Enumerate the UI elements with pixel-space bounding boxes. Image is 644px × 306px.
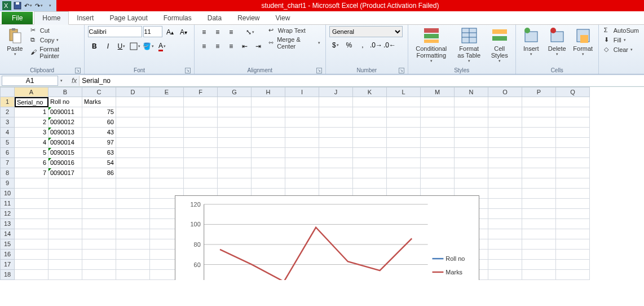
column-header[interactable]: F <box>184 87 218 97</box>
cell[interactable] <box>522 107 556 117</box>
font-name-input[interactable] <box>88 26 142 37</box>
cell[interactable] <box>556 229 590 239</box>
cell[interactable] <box>150 107 184 117</box>
fill-button[interactable]: ⬇Fill▾ <box>602 36 641 45</box>
select-all-corner[interactable] <box>0 87 15 97</box>
cell[interactable] <box>488 189 522 199</box>
cell[interactable] <box>285 158 319 168</box>
cell[interactable]: Roll no <box>48 97 82 107</box>
cell[interactable] <box>82 239 116 250</box>
italic-button[interactable]: I <box>102 40 114 53</box>
cell[interactable] <box>82 260 116 270</box>
cell[interactable] <box>488 270 522 280</box>
shrink-font-button[interactable]: A▾ <box>177 26 189 38</box>
align-top-button[interactable]: ≡ <box>198 26 210 38</box>
redo-icon[interactable]: ↷▾ <box>34 1 43 10</box>
row-header[interactable]: 11 <box>0 199 15 209</box>
cell[interactable] <box>488 97 522 107</box>
clipboard-launcher[interactable]: ↘ <box>75 68 81 73</box>
cell[interactable] <box>319 128 353 138</box>
cell[interactable] <box>522 168 556 178</box>
cell[interactable] <box>556 117 590 128</box>
tab-review[interactable]: Review <box>230 12 267 24</box>
cell[interactable] <box>556 148 590 158</box>
cell[interactable] <box>285 178 319 189</box>
cell[interactable] <box>15 199 48 209</box>
cell[interactable] <box>488 250 522 260</box>
cell[interactable] <box>522 189 556 199</box>
cell[interactable] <box>116 219 150 229</box>
column-header[interactable]: Q <box>556 87 590 97</box>
cell[interactable] <box>82 199 116 209</box>
cell[interactable] <box>556 107 590 117</box>
dec-decimal-button[interactable]: .0← <box>383 39 396 51</box>
cell[interactable] <box>218 148 252 158</box>
column-header[interactable]: D <box>116 87 150 97</box>
cell[interactable] <box>252 97 285 107</box>
tab-home[interactable]: Home <box>34 11 69 25</box>
cell[interactable]: 0090012 <box>48 117 82 128</box>
cell[interactable] <box>82 250 116 260</box>
column-header[interactable]: E <box>150 87 184 97</box>
cell[interactable] <box>319 107 353 117</box>
cell[interactable] <box>319 97 353 107</box>
cell[interactable] <box>522 209 556 219</box>
column-header[interactable]: G <box>218 87 252 97</box>
cell[interactable] <box>455 158 488 168</box>
row-header[interactable]: 17 <box>0 260 15 270</box>
cut-button[interactable]: ✂Cut <box>29 26 81 35</box>
cell[interactable] <box>556 158 590 168</box>
cell[interactable] <box>285 138 319 148</box>
cell[interactable]: 0090014 <box>48 138 82 148</box>
cell[interactable] <box>184 168 218 178</box>
cell[interactable] <box>387 148 421 158</box>
cell[interactable] <box>116 148 150 158</box>
cell[interactable] <box>252 168 285 178</box>
cell[interactable] <box>116 117 150 128</box>
column-header[interactable]: C <box>82 87 116 97</box>
cell[interactable] <box>116 97 150 107</box>
underline-button[interactable]: U▾ <box>115 40 127 53</box>
cell[interactable] <box>522 97 556 107</box>
align-right-button[interactable]: ≡ <box>225 40 237 53</box>
cell[interactable] <box>455 168 488 178</box>
cell[interactable] <box>184 97 218 107</box>
column-header[interactable]: L <box>387 87 421 97</box>
cell[interactable] <box>455 148 488 158</box>
cell[interactable] <box>319 178 353 189</box>
wrap-text-button[interactable]: ↩Wrap Text <box>267 26 322 35</box>
cell[interactable] <box>48 270 82 280</box>
cell[interactable] <box>48 239 82 250</box>
cell[interactable]: 60 <box>82 117 116 128</box>
cell[interactable] <box>556 178 590 189</box>
cell[interactable] <box>218 168 252 178</box>
cell[interactable]: 0090016 <box>48 158 82 168</box>
cell[interactable] <box>488 209 522 219</box>
cell[interactable] <box>150 158 184 168</box>
tab-data[interactable]: Data <box>200 12 230 24</box>
cell[interactable] <box>556 260 590 270</box>
align-bottom-button[interactable]: ≡ <box>225 26 237 38</box>
cell[interactable]: 43 <box>82 128 116 138</box>
cell[interactable] <box>455 97 488 107</box>
cell[interactable] <box>556 128 590 138</box>
cell[interactable]: 97 <box>82 138 116 148</box>
cell[interactable]: 75 <box>82 107 116 117</box>
cell[interactable] <box>488 117 522 128</box>
row-header[interactable]: 8 <box>0 168 15 178</box>
cell[interactable] <box>556 219 590 229</box>
number-launcher[interactable]: ↘ <box>399 68 404 73</box>
cell[interactable] <box>488 148 522 158</box>
cell[interactable] <box>522 239 556 250</box>
cell[interactable] <box>150 178 184 189</box>
cell[interactable] <box>285 128 319 138</box>
paste-button[interactable]: Paste▾ <box>3 26 27 58</box>
worksheet-grid[interactable]: 123456789101112131415161718 ABCDEFGHIJKL… <box>0 87 644 280</box>
number-format-select[interactable]: General <box>329 26 403 37</box>
cell[interactable] <box>150 168 184 178</box>
cell[interactable] <box>48 250 82 260</box>
column-header[interactable]: P <box>522 87 556 97</box>
cell[interactable] <box>488 229 522 239</box>
cell[interactable] <box>150 117 184 128</box>
row-header[interactable]: 4 <box>0 128 15 138</box>
